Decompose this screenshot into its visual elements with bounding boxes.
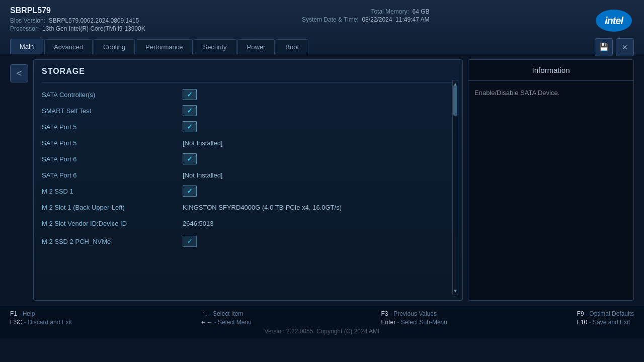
checkbox-m2-ssd1[interactable] [183,186,197,197]
row-label: M.2 SSD 1 [42,188,183,195]
key-f1-desc: Help [23,310,35,317]
key-enter-arrow-desc: Select Menu [218,319,252,326]
row-value [183,105,454,116]
row-label: M.2 SSD 2 PCH_NVMe [42,238,183,245]
back-button[interactable]: < [10,64,28,82]
row-value [183,121,454,132]
memory-label: Total Memory: [371,8,409,15]
checkbox-m2-ssd2[interactable] [183,236,197,247]
key-f10: F10 [577,319,588,326]
row-value: [Not Installed] [183,139,454,147]
header: SBRPL579 Bios Version: SBRPL579.0062.202… [0,0,644,54]
footer-key-group-center-left: ↑↓ - Select Item ↵← - Select Menu [201,310,251,326]
checkbox-sata-port6[interactable] [183,153,197,164]
info-panel: Information Enable/Disable SATA Device. [468,59,634,301]
table-row: M.2 Slot 1 (Back Upper-Left) KINGSTON SF… [42,199,454,215]
footer-key-arrows: ↑↓ - Select Item [201,310,251,317]
tab-boot[interactable]: Boot [276,39,308,54]
intel-logo: intel [594,8,634,33]
footer-key-enter: Enter - Select Sub-Menu [381,319,447,326]
row-label: M.2 Slot Vendor ID:Device ID [42,220,183,227]
tab-performance[interactable]: Performance [136,39,192,54]
footer-version: Version 2.22.0055. Copyright (C) 2024 AM… [10,328,634,335]
nav-tabs: Main Advanced Cooling Performance Securi… [10,38,634,54]
datetime-label: System Date & Time: [302,16,359,23]
footer-keys: F1 - Help ESC - Discard and Exit ↑↓ - Se… [10,310,634,326]
footer-key-group-center-right: F3 - Previous Values Enter - Select Sub-… [381,310,447,326]
bios-version: Bios Version: SBRPL579.0062.2024.0809.14… [10,17,145,24]
footer-key-group-left: F1 - Help ESC - Discard and Exit [10,310,72,326]
table-row: M.2 SSD 1 [42,183,454,199]
key-enter-desc: Select Sub-Menu [401,319,447,326]
datetime-info: System Date & Time: 08/22/2024 11:49:47 … [302,16,430,23]
key-f3-desc: Previous Values [393,310,437,317]
scrollbar-thumb[interactable] [453,85,457,116]
main-area: < STORAGE SATA Controller(s) SMART Self … [0,54,644,306]
row-label: SMART Self Test [42,107,183,115]
save-icon: 💾 [599,43,609,52]
key-f9: F9 [577,310,584,317]
key-f1: F1 [10,310,17,317]
footer-key-group-right: F9 - Optimal Defaults F10 - Save and Exi… [577,310,634,326]
footer-key-esc: ESC - Discard and Exit [10,319,72,326]
tab-advanced[interactable]: Advanced [44,39,93,54]
storage-list: SATA Controller(s) SMART Self Test SATA … [42,86,454,249]
info-panel-content: Enable/Disable SATA Device. [468,81,633,105]
key-arrows-desc: Select Item [213,310,243,317]
time-value: 11:49:47 AM [395,16,429,23]
table-row: SATA Port 6 [Not Installed] [42,167,454,183]
checkbox-sata-controller[interactable] [183,89,197,100]
bios-value: SBRPL579.0062.2024.0809.1415 [49,17,139,24]
scroll-down-arrow[interactable]: ▼ [453,288,458,294]
processor-label: Processor: [10,25,39,32]
tab-power[interactable]: Power [237,39,275,54]
checkbox-smart-self-test[interactable] [183,105,197,116]
close-button[interactable]: ✕ [616,38,634,56]
key-f3: F3 [381,310,388,317]
system-info: SBRPL579 Bios Version: SBRPL579.0062.202… [10,6,634,33]
tab-main[interactable]: Main [10,39,43,54]
table-row: SATA Port 5 [Not Installed] [42,135,454,151]
scrollbar-track[interactable]: ▲ ▼ [452,80,458,295]
footer-key-f10: F10 - Save and Exit [577,319,634,326]
footer-key-enter-left: ↵← - Select Menu [201,319,251,326]
header-buttons: 💾 ✕ [595,38,634,56]
key-enter-arrow: ↵← [201,319,212,326]
row-label: SATA Port 6 [42,171,183,179]
section-title: STORAGE [42,67,454,76]
row-label: SATA Port 5 [42,139,183,147]
info-panel-title: Information [468,60,633,81]
row-value: KINGSTON SFYRD4000G (4.0 TB-PCIe x4, 16.… [183,204,454,211]
table-row: SATA Port 5 [42,119,454,135]
key-f10-desc: Save and Exit [593,319,630,326]
row-label: SATA Port 6 [42,155,183,163]
tab-cooling[interactable]: Cooling [94,39,135,54]
footer: F1 - Help ESC - Discard and Exit ↑↓ - Se… [0,306,644,338]
processor-value: 13th Gen Intel(R) Core(TM) i9-13900K [42,25,145,32]
row-value [183,186,454,197]
footer-key-f3: F3 - Previous Values [381,310,447,317]
bios-label: Bios Version: [10,17,45,24]
system-info-right: Total Memory: 64 GB System Date & Time: … [302,8,430,24]
footer-key-f9: F9 - Optimal Defaults [577,310,634,317]
table-row: M.2 SSD 2 PCH_NVMe [42,233,454,249]
key-esc: ESC [10,319,23,326]
row-label: SATA Port 5 [42,123,183,131]
row-label: SATA Controller(s) [42,91,183,99]
content-panel: STORAGE SATA Controller(s) SMART Self Te… [33,59,463,301]
row-value [183,236,454,247]
row-label: M.2 Slot 1 (Back Upper-Left) [42,204,183,211]
checkbox-sata-port5[interactable] [183,121,197,132]
key-arrows: ↑↓ [201,310,207,317]
divider [42,82,454,82]
tab-security[interactable]: Security [194,39,236,54]
datetime-value: 08/22/2024 [362,16,392,23]
save-button[interactable]: 💾 [595,38,613,56]
key-enter: Enter [381,319,395,326]
row-value: 2646:5013 [183,220,454,227]
row-value [183,153,454,164]
close-icon: ✕ [622,43,628,51]
intel-logo-text: intel [605,15,623,27]
memory-info: Total Memory: 64 GB [371,8,429,15]
table-row: SATA Controller(s) [42,86,454,103]
